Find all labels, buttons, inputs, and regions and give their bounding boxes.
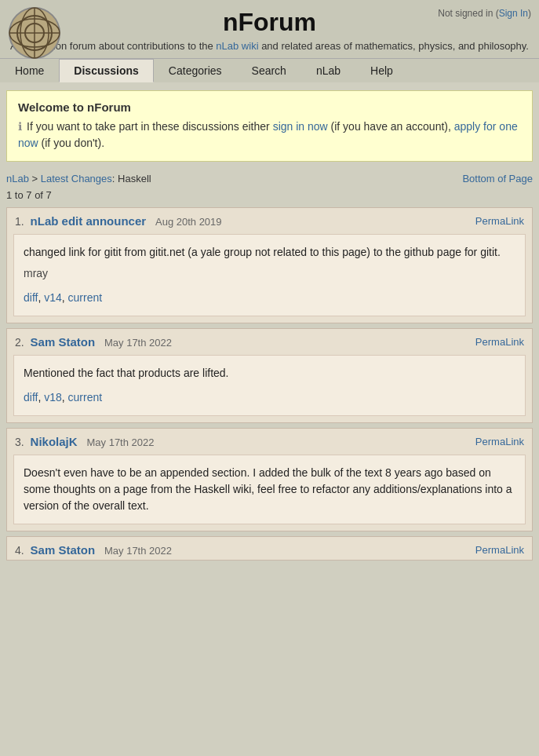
entry-author[interactable]: Sam Staton [31,543,96,557]
entry-header-left: 2. Sam Staton May 17th 2022 [15,335,172,349]
entry-date: May 17th 2022 [104,337,172,349]
entry-link-v18[interactable]: v18 [44,391,62,404]
welcome-title: Welcome to nForum [18,100,521,114]
entry-header-left: 3. NikolajK May 17th 2022 [15,435,155,448]
breadcrumb: nLab > Latest Changes: Haskell [6,173,151,184]
nav-discussions[interactable]: Discussions [59,59,153,82]
entry-author[interactable]: nLab edit announcer [31,214,147,228]
entry-body: Mentioned the fact that products are lif… [13,355,526,416]
entry-date: Aug 20th 2019 [155,216,222,228]
bottom-of-page-link[interactable]: Bottom of Page [462,173,533,184]
entry-date: May 17th 2022 [86,436,154,448]
welcome-text: ℹIf you want to take part in these discu… [18,119,521,152]
nav-nlab[interactable]: nLab [301,59,355,82]
entry-header: 2. Sam Staton May 17th 2022 PermaLink [7,329,532,352]
entry-links: diff, v18, current [24,389,515,406]
welcome-text-middle: (if you have an account), [328,120,454,133]
entry-header-left: 4. Sam Staton May 17th 2022 [15,543,172,557]
entry-link-v14[interactable]: v14 [44,291,62,304]
entry-body: changed link for gitit from gitit.net (a… [13,234,526,316]
entry-number: 4. [15,544,24,557]
main-navbar: Home Discussions Categories Search nLab … [0,58,539,82]
entry-body-text: changed link for gitit from gitit.net (a… [24,246,501,258]
site-logo [8,6,61,60]
site-header: nForum Not signed in (Sign In) A discuss… [0,0,539,82]
entry-author[interactable]: Sam Staton [31,335,96,349]
info-icon: ℹ [18,119,22,135]
nlab-wiki-link[interactable]: nLab wiki [216,40,258,52]
entry-permalink[interactable]: PermaLink [475,436,524,447]
entry-header: 1. nLab edit announcer Aug 20th 2019 Per… [7,208,532,231]
entry-header: 3. NikolajK May 17th 2022 PermaLink [7,429,532,451]
breadcrumb-topic: : Haskell [112,173,151,184]
entry-body-text: Mentioned the fact that products are lif… [24,367,229,379]
entry-permalink[interactable]: PermaLink [475,336,524,348]
breadcrumb-sep: > [29,173,41,184]
entry-number: 1. [15,215,24,228]
entry-body: Doesn't even have to be an appended sect… [13,455,526,524]
auth-text: Not signed in (Sign In) [438,8,531,19]
entry-number: 3. [15,436,24,448]
nav-search[interactable]: Search [237,59,301,82]
entry-body-text: Doesn't even have to be an appended sect… [24,466,512,512]
entry-author[interactable]: NikolajK [31,435,78,448]
sign-in-link[interactable]: Sign In [499,8,528,19]
discussion-entry: 3. NikolajK May 17th 2022 PermaLink Does… [6,428,533,531]
entry-header-left: 1. nLab edit announcer Aug 20th 2019 [15,214,222,228]
auth-status: Not signed in (Sign In) [438,8,531,19]
entry-header: 4. Sam Staton May 17th 2022 PermaLink [7,537,532,560]
breadcrumb-nlab[interactable]: nLab [6,173,29,184]
welcome-text-after: (if you don't). [38,137,104,149]
page-count: 1 to 7 of 7 [0,188,539,203]
subtitle-suffix: and related areas of mathematics, physic… [259,40,529,52]
entry-date: May 17th 2022 [104,545,172,557]
nav-home[interactable]: Home [0,59,59,82]
breadcrumb-latest-changes[interactable]: Latest Changes [41,173,112,184]
welcome-text-before: If you want to take part in these discus… [27,120,273,133]
entry-link-current[interactable]: current [68,391,103,404]
sign-in-now-link[interactable]: sign in now [273,120,328,133]
discussion-entry: 2. Sam Staton May 17th 2022 PermaLink Me… [6,328,533,423]
page-info: nLab > Latest Changes: Haskell Bottom of… [0,170,539,188]
entry-link-current[interactable]: current [68,291,103,304]
entry-permalink[interactable]: PermaLink [475,215,524,227]
discussion-entry: 4. Sam Staton May 17th 2022 PermaLink [6,536,533,561]
entry-meta: mray [24,265,515,282]
entry-link-diff[interactable]: diff [24,391,38,404]
entry-links: diff, v14, current [24,290,515,306]
entry-link-diff[interactable]: diff [24,291,38,304]
entry-number: 2. [15,336,24,349]
discussion-entry: 1. nLab edit announcer Aug 20th 2019 Per… [6,207,533,323]
entry-permalink[interactable]: PermaLink [475,544,524,556]
nav-categories[interactable]: Categories [154,59,237,82]
welcome-box: Welcome to nForum ℹIf you want to take p… [6,90,533,162]
nav-help[interactable]: Help [355,59,408,82]
site-subtitle: A discussion forum about contributions t… [0,40,539,52]
